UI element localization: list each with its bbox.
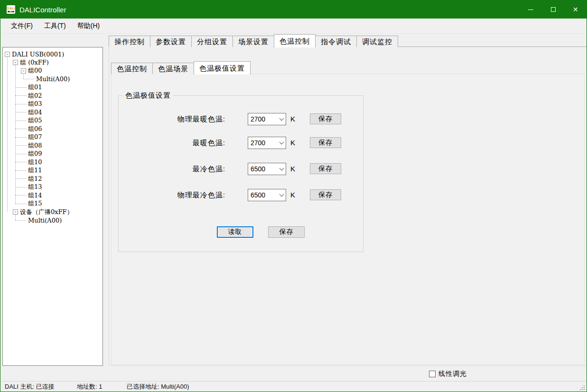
tree-item[interactable]: 组13 xyxy=(15,183,42,191)
tree-item[interactable]: 组12 xyxy=(15,175,42,183)
ct-limit-label: 最冷色温: xyxy=(119,163,225,175)
main-tab-1[interactable]: 参数设置 xyxy=(150,36,192,47)
chevron-down-icon[interactable] xyxy=(277,189,286,201)
row-save-button[interactable]: 保存 xyxy=(310,189,341,200)
status-connection: DALI 主机: 已连接 xyxy=(5,382,55,392)
ct-limit-row-2: 最冷色温:6500K保存 xyxy=(119,163,363,175)
ct-limits-groupbox: 色温极值设置 物理最暖色温:2700K保存最暖色温:2700K保存最冷色温:65… xyxy=(118,95,363,252)
sub-tab-2[interactable]: 色温极值设置 xyxy=(194,61,251,75)
tree-item-label: 组02 xyxy=(28,92,42,100)
tree-item-label: 组03 xyxy=(28,100,42,108)
window-controls: ✕ xyxy=(520,0,587,19)
linear-dimming-checkbox[interactable] xyxy=(429,371,436,377)
ct-value-combobox[interactable]: 6500 xyxy=(248,163,286,175)
tree-connector-icon xyxy=(15,216,27,221)
tree-item[interactable]: 组05 xyxy=(15,116,42,125)
maximize-button[interactable] xyxy=(542,0,564,19)
tree-connector-icon xyxy=(23,75,35,79)
tree-connector-icon xyxy=(15,133,27,138)
collapse-minus-icon[interactable]: - xyxy=(13,209,18,215)
row-save-button[interactable]: 保存 xyxy=(310,137,341,148)
resize-grip-icon[interactable] xyxy=(579,384,585,390)
tree-connector-icon xyxy=(15,191,27,196)
tree-guide xyxy=(7,56,8,212)
tree-connector-icon xyxy=(15,100,27,104)
tree-item-label: 组10 xyxy=(28,158,42,167)
collapse-minus-icon[interactable]: - xyxy=(5,52,10,57)
tree-connector-icon xyxy=(15,84,27,88)
ct-value: 2700 xyxy=(248,139,277,147)
tree-item-label: 组04 xyxy=(28,108,42,117)
tree-item[interactable]: 组01 xyxy=(15,83,42,92)
tree-item[interactable]: 组15 xyxy=(15,199,42,208)
main-tab-strip: 操作控制参数设置分组设置场景设置色温控制指令调试调试监控 xyxy=(109,34,398,47)
window-title: DALIController xyxy=(19,6,66,14)
tree-connector-icon xyxy=(15,108,27,112)
ct-limit-label: 最暖色温: xyxy=(119,137,225,149)
ct-limit-row-1: 最暖色温:2700K保存 xyxy=(119,137,363,149)
tree-item-label: 设备（广播0xFF） xyxy=(20,208,73,216)
tree-item[interactable]: 组14 xyxy=(15,191,42,200)
row-save-button[interactable]: 保存 xyxy=(310,113,341,124)
ct-unit-label: K xyxy=(290,113,295,125)
tree-item[interactable]: -设备（广播0xFF） xyxy=(13,208,73,216)
tree-item[interactable]: 组08 xyxy=(15,141,42,150)
status-address-count: 地址数: 1 xyxy=(77,382,102,392)
chevron-down-icon[interactable] xyxy=(277,137,286,149)
close-button[interactable]: ✕ xyxy=(564,0,587,19)
tree-item[interactable]: Multi(A00) xyxy=(15,216,62,224)
ct-value-combobox[interactable]: 2700 xyxy=(248,137,286,149)
sub-tab-0[interactable]: 色温控制 xyxy=(111,63,153,74)
chevron-down-icon[interactable] xyxy=(277,163,286,175)
tree-item[interactable]: 组07 xyxy=(15,133,42,141)
tree-item[interactable]: -组00 xyxy=(21,66,42,75)
main-tab-3[interactable]: 场景设置 xyxy=(233,36,274,47)
menu-item-2[interactable]: 帮助(H) xyxy=(72,19,105,34)
row-save-button[interactable]: 保存 xyxy=(310,163,341,174)
sub-tab-1[interactable]: 色温场景 xyxy=(152,63,194,74)
tree-item-label: 组14 xyxy=(28,191,42,200)
tree-item-label: 组08 xyxy=(28,141,42,150)
tree-item[interactable]: 组11 xyxy=(15,166,42,175)
main-tab-0[interactable]: 操作控制 xyxy=(109,36,150,47)
groupbox-title: 色温极值设置 xyxy=(123,91,173,100)
read-button[interactable]: 读取 xyxy=(217,226,253,238)
ct-value-combobox[interactable]: 2700 xyxy=(248,113,286,125)
main-tab-4[interactable]: 色温控制 xyxy=(274,34,316,47)
tree-connector-icon xyxy=(15,167,27,171)
ct-limit-label: 物理最暖色温: xyxy=(119,113,225,125)
tree-item[interactable]: Multi(A00) xyxy=(23,75,70,84)
tree-item-label: 组07 xyxy=(28,133,42,141)
tree-connector-icon xyxy=(15,92,27,96)
tree-item-label: 组12 xyxy=(28,175,42,183)
tree-connector-icon xyxy=(15,200,27,204)
collapse-minus-icon[interactable]: - xyxy=(13,60,18,65)
tree-item[interactable]: -DALI USB(0001) xyxy=(5,50,64,58)
tree-item[interactable]: 组06 xyxy=(15,125,42,133)
tree-item[interactable]: 组10 xyxy=(15,158,42,167)
menu-item-1[interactable]: 工具(T) xyxy=(38,19,72,34)
collapse-minus-icon[interactable]: - xyxy=(21,68,26,74)
main-tab-6[interactable]: 调试监控 xyxy=(356,36,398,47)
linear-dimming-label: 线性调光 xyxy=(438,370,467,378)
save-all-button[interactable]: 保存 xyxy=(268,226,305,238)
close-icon: ✕ xyxy=(573,6,578,13)
dali-logo-icon: DALI xyxy=(7,5,15,14)
tree-guide xyxy=(15,65,16,204)
ct-value-combobox[interactable]: 6500 xyxy=(248,189,286,201)
tree-item[interactable]: 组03 xyxy=(15,100,42,108)
tree-item[interactable]: -组 (0xFF) xyxy=(13,58,49,67)
tree-item-label: 组05 xyxy=(28,116,42,125)
tree-item[interactable]: 组04 xyxy=(15,108,42,117)
main-tab-5[interactable]: 指令调试 xyxy=(315,36,357,47)
menu-item-0[interactable]: 文件(F) xyxy=(5,19,38,34)
tree-item-label: 组 (0xFF) xyxy=(20,58,49,67)
ct-unit-label: K xyxy=(290,163,295,175)
tree-item[interactable]: 组09 xyxy=(15,149,42,158)
chevron-down-icon[interactable] xyxy=(277,113,286,125)
ct-unit-label: K xyxy=(290,137,295,149)
main-tab-2[interactable]: 分组设置 xyxy=(191,36,233,47)
minimize-button[interactable] xyxy=(520,0,542,19)
tree-item[interactable]: 组02 xyxy=(15,92,42,100)
tree-item-label: 组06 xyxy=(28,125,42,133)
